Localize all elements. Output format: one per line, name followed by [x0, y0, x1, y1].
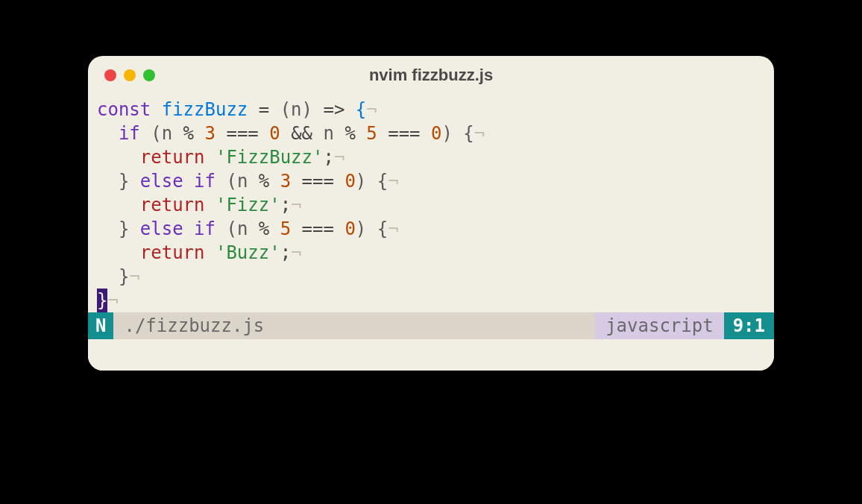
- code-token: 0: [345, 171, 355, 192]
- code-token: {: [377, 171, 388, 192]
- window-bottom-padding: [88, 339, 774, 371]
- close-icon[interactable]: [104, 69, 116, 81]
- code-token: return: [140, 195, 205, 215]
- code-token: ¬: [129, 266, 139, 287]
- code-token: 3: [205, 123, 216, 144]
- code-token: ¬: [474, 123, 485, 144]
- code-token: %: [334, 123, 366, 144]
- code-token: 0: [431, 123, 441, 144]
- code-token: n: [237, 218, 248, 239]
- code-token: return: [140, 147, 205, 168]
- minimize-icon[interactable]: [124, 69, 136, 81]
- code-token: %: [172, 123, 204, 144]
- code-token: ¬: [366, 99, 377, 120]
- status-filetype: javascript: [595, 312, 724, 339]
- code-token: ¬: [334, 147, 345, 168]
- code-token: (: [216, 171, 237, 192]
- code-token: ): [356, 171, 377, 192]
- window-title: nvim fizzbuzz.js: [88, 66, 774, 85]
- code-token: (: [140, 123, 162, 144]
- code-token: 'Fizz': [216, 195, 280, 215]
- code-token: return: [140, 242, 205, 263]
- code-token: (: [269, 99, 291, 120]
- code-token: {: [463, 123, 474, 144]
- editor-window: nvim fizzbuzz.js const fizzBuzz = (n) =>…: [88, 56, 774, 371]
- status-cursor-position: 9:1: [724, 312, 774, 339]
- code-token: else if: [140, 171, 216, 192]
- code-token: ): [356, 218, 377, 239]
- code-token: n: [237, 171, 248, 192]
- code-token: }: [97, 289, 107, 312]
- code-token: ¬: [291, 195, 301, 215]
- code-token: ): [441, 123, 463, 144]
- code-token: [345, 99, 355, 120]
- code-token: n: [162, 123, 172, 144]
- code-token: {: [356, 99, 366, 120]
- code-token: %: [248, 218, 280, 239]
- code-token: }: [119, 218, 140, 239]
- zoom-icon[interactable]: [143, 69, 155, 81]
- code-token: ===: [291, 218, 345, 239]
- code-token: ¬: [388, 171, 398, 192]
- code-token: {: [377, 218, 388, 239]
- code-token: ;: [280, 242, 291, 263]
- code-token: %: [248, 171, 280, 192]
- traffic-lights: [104, 69, 155, 81]
- code-token: }: [119, 266, 129, 287]
- code-token: 0: [269, 123, 280, 144]
- code-token: ===: [216, 123, 269, 144]
- code-editor[interactable]: const fizzBuzz = (n) => {¬ if (n % 3 ===…: [88, 89, 774, 312]
- code-token: else if: [140, 218, 216, 239]
- code-token: 'Buzz': [216, 242, 280, 263]
- code-token: ===: [291, 171, 345, 192]
- code-token: ): [302, 99, 324, 120]
- code-token: [205, 195, 216, 215]
- code-token: 'FizzBuzz': [216, 147, 324, 168]
- code-token: n: [323, 123, 333, 144]
- titlebar: nvim fizzbuzz.js: [88, 56, 774, 89]
- code-token: n: [291, 99, 301, 120]
- status-filename: ./fizzbuzz.js: [113, 312, 595, 339]
- code-token: ===: [377, 123, 431, 144]
- code-token: 5: [280, 218, 291, 239]
- statusline: N ./fizzbuzz.js javascript 9:1: [88, 312, 774, 339]
- code-token: if: [119, 123, 140, 144]
- code-token: &&: [280, 123, 324, 144]
- code-token: (: [216, 218, 237, 239]
- code-token: ;: [280, 195, 291, 215]
- code-token: 0: [345, 218, 355, 239]
- code-token: 5: [366, 123, 377, 144]
- code-token: [248, 99, 258, 120]
- code-token: ;: [323, 147, 333, 168]
- code-token: }: [119, 171, 140, 192]
- code-token: ¬: [107, 290, 118, 311]
- code-token: =: [259, 99, 269, 120]
- code-token: const: [97, 99, 162, 120]
- code-token: [205, 242, 216, 263]
- status-mode: N: [88, 312, 113, 339]
- code-token: ¬: [388, 218, 398, 239]
- code-token: fizzBuzz: [162, 99, 248, 120]
- code-token: ¬: [291, 242, 301, 263]
- code-token: =>: [323, 99, 345, 120]
- code-token: 3: [280, 171, 291, 192]
- code-token: [205, 147, 216, 168]
